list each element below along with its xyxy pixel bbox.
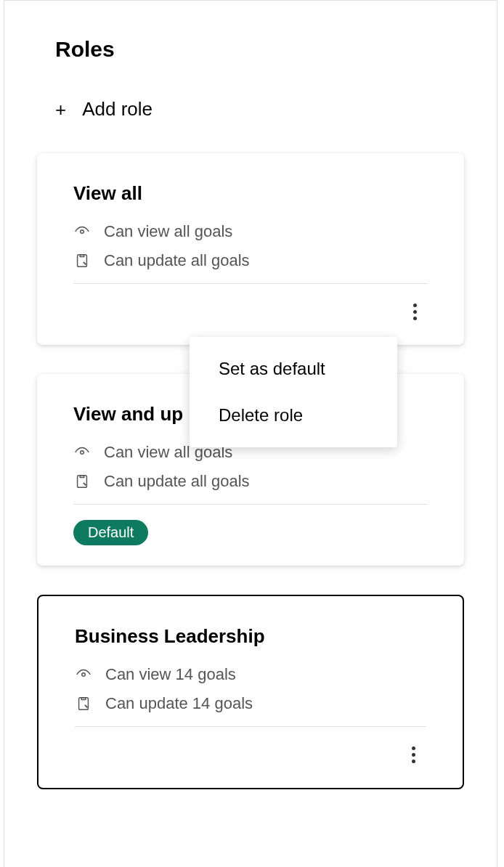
plus-icon: + xyxy=(55,100,66,119)
clipboard-edit-icon xyxy=(75,695,92,712)
more-vertical-icon xyxy=(413,304,417,320)
permission-row: Can update all goals xyxy=(73,251,428,270)
more-vertical-icon xyxy=(412,746,415,763)
permission-row: Can update 14 goals xyxy=(75,694,426,713)
more-options-button[interactable] xyxy=(400,741,426,768)
card-footer xyxy=(73,298,428,325)
card-footer xyxy=(75,741,426,768)
permission-row: Can view all goals xyxy=(73,222,428,241)
menu-item-delete-role[interactable]: Delete role xyxy=(190,392,397,439)
eye-icon xyxy=(75,666,92,683)
add-role-label: Add role xyxy=(82,98,153,121)
clipboard-edit-icon xyxy=(73,473,91,490)
role-card[interactable]: View all Can view all goals Can update a… xyxy=(37,153,464,345)
divider xyxy=(75,726,426,727)
permission-label: Can update all goals xyxy=(104,472,250,491)
role-title: Business Leadership xyxy=(75,625,426,648)
roles-page: Roles + Add role View all Can view all g… xyxy=(4,0,497,867)
permission-label: Can view all goals xyxy=(104,222,232,241)
svg-point-2 xyxy=(81,451,84,455)
divider xyxy=(73,283,428,284)
role-title: View all xyxy=(73,182,428,205)
role-card[interactable]: Business Leadership Can view 14 goals Ca… xyxy=(37,595,464,789)
context-menu: Set as default Delete role xyxy=(190,337,397,447)
permission-row: Can update all goals xyxy=(73,472,428,491)
menu-item-set-default[interactable]: Set as default xyxy=(190,346,397,392)
eye-icon xyxy=(73,223,91,240)
add-role-button[interactable]: + Add role xyxy=(55,98,464,121)
more-options-button[interactable] xyxy=(402,298,428,325)
permission-label: Can view 14 goals xyxy=(105,665,236,684)
divider xyxy=(73,504,428,505)
card-footer: Default xyxy=(73,519,428,545)
svg-point-4 xyxy=(82,673,86,677)
clipboard-edit-icon xyxy=(73,252,91,269)
default-badge: Default xyxy=(73,520,148,545)
eye-icon xyxy=(73,444,91,461)
permission-label: Can update 14 goals xyxy=(105,694,253,713)
page-title: Roles xyxy=(55,37,464,62)
permission-row: Can view 14 goals xyxy=(75,665,426,684)
permission-label: Can update all goals xyxy=(104,251,250,270)
svg-point-0 xyxy=(81,230,84,234)
